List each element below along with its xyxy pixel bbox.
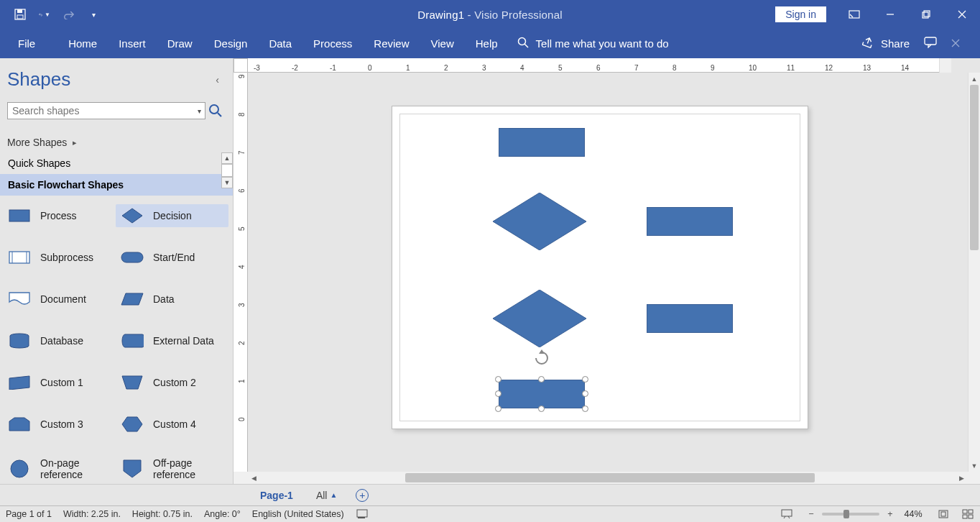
zoom-control: − + 44%: [805, 508, 925, 521]
tab-insert[interactable]: Insert: [108, 29, 157, 58]
undo-icon[interactable]: ▼: [39, 9, 50, 20]
tab-data[interactable]: Data: [258, 29, 302, 58]
ruler-origin[interactable]: [234, 58, 248, 73]
search-button[interactable]: [205, 102, 226, 119]
scroll-right-icon[interactable]: ▶: [956, 472, 968, 484]
all-pages-dropdown[interactable]: All ▲: [316, 490, 337, 501]
search-icon: [517, 37, 529, 50]
document-name: Drawing1: [417, 9, 464, 21]
pan-zoom-window-icon[interactable]: [961, 508, 974, 521]
chevron-right-icon: ▸: [73, 138, 77, 147]
shape-document[interactable]: Document: [3, 288, 116, 311]
canvas-zone: -3-2-101234567891011121314 9876543210: [234, 58, 980, 484]
shape-data[interactable]: Data: [116, 288, 228, 311]
shape-subprocess[interactable]: Subprocess: [3, 246, 116, 269]
shape-custom3[interactable]: Custom 3: [3, 413, 116, 436]
tab-home[interactable]: Home: [57, 29, 108, 58]
page-tab-1[interactable]: Page-1: [256, 487, 297, 504]
shape-offpageref[interactable]: Off-page reference: [116, 454, 228, 483]
svg-marker-30: [493, 193, 586, 250]
canvas-shape-process-3[interactable]: [647, 304, 733, 333]
shape-custom4[interactable]: Custom 4: [116, 413, 228, 436]
status-page[interactable]: Page 1 of 1: [6, 509, 52, 519]
presentation-mode-icon[interactable]: [780, 508, 793, 521]
title-bar-right: Sign in: [775, 0, 980, 29]
shape-process[interactable]: Process: [3, 204, 116, 227]
ribbon-display-options-icon[interactable]: [836, 0, 872, 29]
hscroll-thumb[interactable]: [405, 473, 815, 482]
zoom-out-button[interactable]: −: [805, 508, 818, 521]
shape-custom2[interactable]: Custom 2: [116, 371, 228, 394]
shape-onpageref[interactable]: On-page reference: [3, 454, 116, 483]
horizontal-ruler[interactable]: -3-2-101234567891011121314: [248, 58, 939, 73]
stencil-basic-flowchart[interactable]: Basic Flowchart Shapes: [0, 174, 233, 196]
svg-rect-1: [17, 9, 22, 13]
shape-startend[interactable]: Start/End: [116, 246, 228, 269]
canvas-shape-decision-2[interactable]: [493, 290, 586, 347]
search-shapes-input[interactable]: [7, 102, 205, 119]
canvas-shape-process-1[interactable]: [499, 128, 585, 157]
canvas-shape-decision-1[interactable]: [493, 193, 586, 250]
svg-rect-43: [969, 515, 973, 518]
drawing-page[interactable]: [392, 106, 808, 429]
tab-review[interactable]: Review: [363, 29, 420, 58]
tab-view[interactable]: View: [420, 29, 464, 58]
canvas-shape-process-2[interactable]: [647, 207, 733, 236]
tab-draw[interactable]: Draw: [157, 29, 203, 58]
svg-marker-29: [124, 460, 141, 477]
status-language[interactable]: English (United States): [252, 509, 344, 519]
svg-marker-25: [122, 376, 142, 389]
tab-help[interactable]: Help: [465, 29, 509, 58]
minimize-button[interactable]: [872, 0, 908, 29]
tab-process[interactable]: Process: [302, 29, 363, 58]
share-button[interactable]: Share: [862, 37, 910, 50]
collapse-ribbon-icon[interactable]: [951, 37, 960, 50]
process-icon: [7, 207, 32, 224]
externaldata-icon: [120, 332, 144, 349]
shape-decision[interactable]: Decision: [116, 204, 228, 227]
maximize-button[interactable]: [908, 0, 944, 29]
stencil-scroll-up[interactable]: ▲: [221, 152, 233, 164]
redo-icon[interactable]: [63, 9, 75, 20]
canvas-shape-selected[interactable]: [499, 380, 585, 408]
horizontal-scrollbar[interactable]: ◀ ▶: [234, 472, 980, 484]
zoom-slider[interactable]: [822, 513, 879, 516]
page-tabs-bar: Page-1 All ▲ +: [0, 484, 980, 505]
stencil-scroll-thumb[interactable]: [221, 164, 233, 177]
stencil-scroll-down[interactable]: ▼: [221, 177, 233, 188]
vscroll-thumb[interactable]: [970, 85, 979, 250]
fit-page-icon[interactable]: [937, 508, 950, 521]
shapes-pane: Shapes ‹ ▾ More Shapes ▸ Quick Shapes Ba…: [0, 58, 234, 484]
shape-database[interactable]: Database: [3, 329, 116, 352]
tab-file[interactable]: File: [7, 29, 46, 58]
vertical-ruler[interactable]: 9876543210: [234, 73, 248, 472]
tell-me-search[interactable]: Tell me what you want to do: [509, 37, 678, 50]
rotation-handle-icon[interactable]: [533, 349, 550, 367]
scroll-left-icon[interactable]: ◀: [248, 472, 260, 484]
svg-point-14: [210, 105, 218, 114]
drawing-canvas[interactable]: [248, 73, 968, 472]
sign-in-button[interactable]: Sign in: [775, 6, 826, 22]
close-button[interactable]: [944, 0, 980, 29]
tab-design[interactable]: Design: [203, 29, 259, 58]
collapse-shapes-pane-icon[interactable]: ‹: [213, 74, 222, 86]
save-icon[interactable]: [14, 9, 26, 20]
scroll-down-icon[interactable]: ▼: [969, 459, 980, 472]
comments-icon[interactable]: [924, 37, 937, 50]
tell-me-placeholder: Tell me what you want to do: [536, 37, 669, 50]
svg-marker-24: [9, 376, 29, 390]
add-page-button[interactable]: +: [356, 489, 369, 502]
share-label: Share: [881, 37, 910, 50]
custom1-icon: [7, 374, 32, 391]
zoom-level[interactable]: 44%: [901, 509, 925, 519]
stencil-quick-shapes[interactable]: Quick Shapes: [0, 152, 233, 174]
vertical-scrollbar[interactable]: ▲ ▼: [968, 73, 980, 472]
qat-customize-icon[interactable]: ▾: [88, 9, 99, 20]
svg-rect-34: [358, 517, 365, 518]
more-shapes-menu[interactable]: More Shapes ▸: [0, 127, 233, 152]
zoom-in-button[interactable]: +: [884, 508, 897, 521]
scroll-up-icon[interactable]: ▲: [969, 73, 980, 85]
shape-custom1[interactable]: Custom 1: [3, 371, 116, 394]
macro-recording-icon[interactable]: [356, 508, 369, 521]
shape-externaldata[interactable]: External Data: [116, 329, 228, 352]
